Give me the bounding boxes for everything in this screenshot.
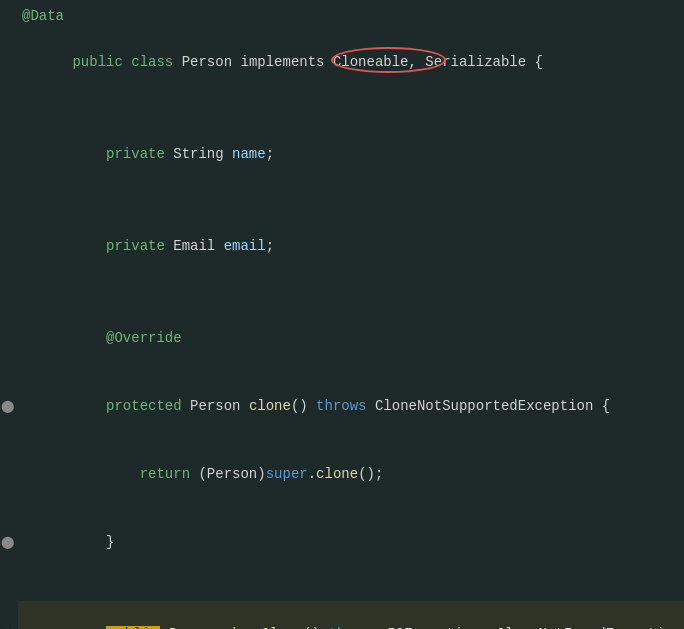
code-editor: @Data public class Person implements Clo… [0, 0, 684, 629]
line-clone-sig: ⬤ protected Person clone() throws CloneN… [0, 372, 684, 440]
line-blank-4 [0, 576, 684, 600]
line-code: public Person deepClone() throws IOExcep… [18, 601, 684, 629]
line-override: @Override [0, 304, 684, 372]
line-class-decl: public class Person implements Cloneable… [0, 28, 684, 96]
line-deepclone-sig: ⬤ public Person deepClone() throws IOExc… [0, 600, 684, 629]
line-field-email: private Email email; [0, 212, 684, 280]
line-code [18, 189, 684, 211]
line-code [18, 281, 684, 303]
line-code: protected Person clone() throws CloneNot… [18, 373, 684, 439]
line-code [18, 97, 684, 119]
line-code: public class Person implements Cloneable… [18, 29, 684, 95]
line-return-clone: return (Person)super.clone(); [0, 440, 684, 508]
line-field-name: private String name; [0, 120, 684, 188]
line-code: private Email email; [18, 213, 684, 279]
line-code: private String name; [18, 121, 684, 187]
line-code: @Override [18, 305, 684, 371]
line-code [18, 577, 684, 599]
line-close-clone: ⬤ } [0, 508, 684, 576]
line-code: } [18, 509, 684, 575]
line-blank-3 [0, 280, 684, 304]
line-code: @Data [18, 5, 684, 27]
line-blank-1 [0, 96, 684, 120]
line-annotation-data: @Data [0, 4, 684, 28]
line-code: return (Person)super.clone(); [18, 441, 684, 507]
line-blank-2 [0, 188, 684, 212]
line-number: ⬤ [0, 399, 18, 414]
line-number: ⬤ [0, 535, 18, 550]
cloneable-circle-container: Cloneable [333, 51, 409, 73]
